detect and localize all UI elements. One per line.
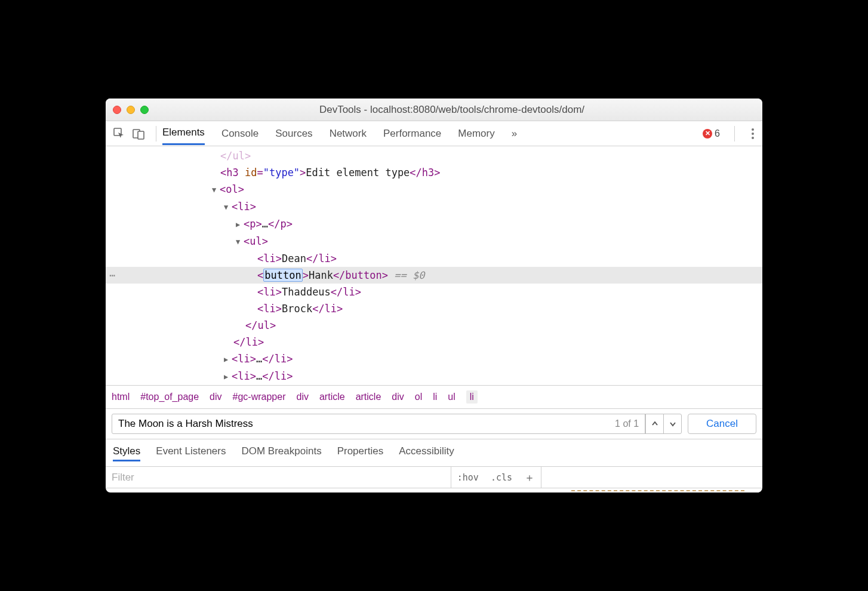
styles-toolbar: :hov .cls ＋ — [106, 466, 762, 488]
subtab-styles[interactable]: Styles — [113, 445, 140, 461]
dom-gt: > — [303, 269, 309, 281]
search-input[interactable] — [112, 418, 609, 430]
subtab-dom-breakpoints[interactable]: DOM Breakpoints — [241, 445, 321, 461]
breadcrumb-item[interactable]: #top_of_page — [140, 392, 199, 402]
search-bar: 1 of 1 Cancel — [106, 408, 762, 439]
dom-ellipsis: … — [256, 353, 262, 365]
expand-toggle-icon[interactable]: ▼ — [224, 199, 230, 216]
expand-toggle-icon[interactable]: ▼ — [212, 181, 218, 198]
dom-li-open[interactable]: <li> — [232, 370, 256, 382]
search-box: 1 of 1 — [112, 414, 682, 434]
dom-li-open[interactable]: <li> — [257, 303, 282, 315]
dom-gt: > — [300, 167, 306, 178]
expand-toggle-icon[interactable]: ▶ — [224, 368, 230, 385]
dom-li-open[interactable]: <li> — [232, 353, 256, 365]
tag-name-edit-input[interactable]: button — [263, 269, 302, 282]
breadcrumb-item-current[interactable]: li — [466, 390, 478, 404]
dom-selected-row[interactable]: ⋯<button>Hank</button> == $0 — [106, 267, 762, 284]
box-model-hint — [571, 490, 744, 492]
breadcrumb-item[interactable]: li — [433, 392, 437, 402]
breadcrumb-item[interactable]: html — [112, 392, 130, 402]
dom-ellipsis: … — [256, 370, 262, 382]
styles-filter-input[interactable] — [106, 467, 451, 488]
dom-attr-name: id — [245, 167, 257, 178]
dom-eq: = — [257, 167, 263, 178]
tab-network[interactable]: Network — [330, 123, 367, 144]
search-prev-icon[interactable] — [645, 414, 663, 433]
elements-dom-tree[interactable]: </ul> <h3 id="type">Edit element type</h… — [106, 146, 762, 385]
breadcrumb-item[interactable]: article — [319, 392, 345, 402]
new-style-rule-icon[interactable]: ＋ — [518, 470, 541, 485]
dom-p-close: </p> — [268, 218, 293, 230]
dom-h3-close: </h3> — [410, 167, 440, 178]
computed-panel-placeholder — [541, 467, 762, 488]
dom-lt: < — [257, 269, 263, 281]
cancel-button[interactable]: Cancel — [688, 414, 756, 434]
dom-li-close: </li> — [262, 370, 293, 382]
dom-p-open[interactable]: <p> — [244, 218, 262, 230]
toolbar-separator — [734, 126, 735, 141]
dom-li-open[interactable]: <li> — [232, 201, 256, 213]
breadcrumb-item[interactable]: #gc-wrapper — [233, 392, 286, 402]
tab-sources[interactable]: Sources — [275, 123, 312, 144]
breadcrumb-item[interactable]: article — [356, 392, 381, 402]
dom-li-open[interactable]: <li> — [257, 286, 282, 298]
traffic-lights — [113, 106, 149, 114]
dom-attr-val: "type" — [263, 167, 300, 178]
error-count-badge[interactable]: ✕ 6 — [703, 128, 720, 139]
dom-text: Edit element type — [306, 167, 410, 178]
search-next-icon[interactable] — [663, 414, 681, 433]
breadcrumb-item[interactable]: div — [297, 392, 309, 402]
device-toolbar-icon[interactable] — [131, 126, 146, 141]
inspect-element-icon[interactable] — [112, 126, 127, 141]
dom-li-close: </li> — [331, 286, 361, 298]
dom-ul-close[interactable]: </ul> — [245, 319, 276, 331]
dom-li-close: </li> — [306, 253, 337, 264]
expand-toggle-icon[interactable]: ▶ — [236, 216, 242, 233]
titlebar: DevTools - localhost:8080/web/tools/chro… — [106, 98, 762, 121]
tab-elements[interactable]: Elements — [162, 122, 205, 145]
dom-text: Brock — [282, 303, 312, 315]
search-match-count: 1 of 1 — [609, 414, 645, 433]
dom-li-close[interactable]: </li> — [233, 336, 264, 348]
expand-toggle-icon[interactable]: ▶ — [224, 351, 230, 368]
dom-li-close: </li> — [262, 353, 293, 365]
dom-text: Dean — [282, 253, 306, 264]
tabs-overflow-icon[interactable]: » — [512, 123, 517, 144]
toggle-classes-button[interactable]: .cls — [485, 472, 518, 483]
panel-tabs: Elements Console Sources Network Perform… — [162, 122, 517, 145]
error-icon: ✕ — [703, 129, 712, 138]
dom-ol-open[interactable]: <ol> — [220, 183, 244, 195]
dom-h3-open[interactable]: <h3 — [220, 167, 245, 178]
dom-ul-open[interactable]: <ul> — [244, 235, 268, 247]
row-actions-icon[interactable]: ⋯ — [109, 267, 115, 284]
subtab-properties[interactable]: Properties — [337, 445, 383, 461]
subtab-accessibility[interactable]: Accessibility — [399, 445, 454, 461]
zoom-window-button[interactable] — [140, 106, 149, 114]
subtab-event-listeners[interactable]: Event Listeners — [156, 445, 226, 461]
error-count: 6 — [715, 128, 720, 139]
sidebar-tabs: Styles Event Listeners DOM Breakpoints P… — [106, 439, 762, 466]
tab-memory[interactable]: Memory — [458, 123, 494, 144]
dom-text: Thaddeus — [282, 286, 331, 298]
tab-console[interactable]: Console — [221, 123, 258, 144]
close-window-button[interactable] — [113, 106, 121, 114]
breadcrumb-item[interactable]: div — [392, 392, 404, 402]
breadcrumb-trail: html #top_of_page div #gc-wrapper div ar… — [106, 385, 762, 408]
tab-performance[interactable]: Performance — [383, 123, 441, 144]
toggle-hover-button[interactable]: :hov — [451, 472, 485, 483]
styles-body — [106, 488, 762, 492]
breadcrumb-item[interactable]: div — [210, 392, 221, 402]
dom-button-close: </button> — [333, 269, 388, 281]
expand-toggle-icon[interactable]: ▼ — [236, 233, 242, 250]
dom-ellipsis: … — [262, 218, 268, 230]
dom-li-open[interactable]: <li> — [257, 253, 282, 264]
minimize-window-button[interactable] — [127, 106, 135, 114]
dom-text: Hank — [309, 269, 333, 281]
dom-closing-ul: </ul> — [220, 150, 251, 162]
breadcrumb-item[interactable]: ul — [448, 392, 455, 402]
selected-node-indicator: == $0 — [388, 269, 424, 281]
breadcrumb-item[interactable]: ol — [415, 392, 422, 402]
dom-li-close: </li> — [312, 303, 343, 315]
settings-menu-icon[interactable] — [749, 126, 756, 141]
